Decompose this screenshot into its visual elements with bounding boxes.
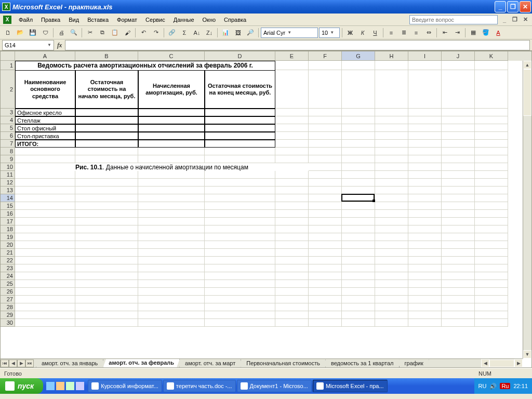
cell[interactable] [75,124,138,132]
menu-format[interactable]: Формат [113,16,141,24]
col-header-A[interactable]: A [15,51,75,61]
taskbar-item[interactable]: Документ1 - Microso... [237,380,312,392]
menu-window[interactable]: Окно [198,16,220,24]
fill-color-icon[interactable]: 🪣 [480,27,491,38]
cell[interactable] [205,124,275,132]
borders-icon[interactable]: ▦ [468,27,479,38]
ask-question-box[interactable] [409,15,498,24]
indent-dec-icon[interactable]: ⇤ [439,27,450,38]
maximize-button[interactable]: ❐ [507,1,518,12]
row-header-11[interactable]: 11 [1,171,15,179]
cell[interactable] [75,116,138,124]
tray-volume-icon[interactable]: 🔊 [489,383,497,390]
redo-icon[interactable]: ↷ [150,27,162,38]
taskbar-item[interactable]: Microsoft Excel - пра... [313,380,388,392]
cell[interactable]: Стол-приставка [15,132,75,140]
mdi-close[interactable]: ✕ [522,16,529,23]
row-header-24[interactable]: 24 [1,272,15,280]
cell[interactable] [205,140,275,148]
mdi-minimize[interactable]: _ [501,16,508,23]
col-header-I[interactable]: I [408,51,442,61]
row-header-26[interactable]: 26 [1,288,15,296]
row-header-18[interactable]: 18 [1,225,15,233]
row-header-25[interactable]: 25 [1,280,15,288]
scroll-down-icon[interactable]: ▼ [523,350,531,358]
caption-cell[interactable]: Рис. 10.1. Данные о начисленной амортиза… [15,163,309,171]
row-header-15[interactable]: 15 [1,202,15,210]
cell[interactable] [205,109,275,116]
font-combo[interactable]: Arial Cyr▼ [261,28,318,38]
cell[interactable] [205,116,275,124]
cell[interactable] [205,132,275,140]
vertical-scrollbar[interactable]: ▲ ▼ [523,61,531,358]
cell[interactable]: Начисленная амортизация, руб. [138,70,205,109]
tab-nav-prev[interactable]: ◀ [9,360,17,367]
font-color-icon[interactable]: A [493,27,504,38]
drawing-icon[interactable]: 🖼 [232,27,244,38]
row-header-20[interactable]: 20 [1,241,15,249]
row-header-23[interactable]: 23 [1,264,15,272]
font-size-combo[interactable]: 10▼ [319,28,340,38]
row-header-2[interactable]: 2 [1,70,15,109]
col-header-D[interactable]: D [205,51,275,61]
print-icon[interactable]: 🖨 [56,27,67,38]
scroll-thumb-h[interactable] [489,360,514,367]
fx-icon[interactable]: fx [57,41,62,49]
quicklaunch-icon[interactable] [76,382,84,390]
quicklaunch-icon[interactable] [66,382,74,390]
row-header-9[interactable]: 9 [1,155,15,163]
row-header-8[interactable]: 8 [1,148,15,155]
menu-edit[interactable]: Правка [37,16,64,24]
cell[interactable] [75,132,138,140]
cell[interactable] [138,124,205,132]
format-painter-icon[interactable]: 🖌 [122,27,133,38]
sort-asc-icon[interactable]: A↓ [191,27,203,38]
preview-icon[interactable]: 🔍 [68,27,79,38]
row-header-7[interactable]: 7 [1,140,15,148]
row-header-21[interactable]: 21 [1,249,15,257]
row-header-16[interactable]: 16 [1,210,15,218]
cell[interactable]: Остаточная стоимость на конец месяца, ру… [205,70,275,109]
menu-data[interactable]: Данные [169,16,198,24]
menu-tools[interactable]: Сервис [141,16,169,24]
sheet-tab[interactable]: график [399,360,429,368]
mdi-restore[interactable]: ❐ [511,16,518,23]
permission-icon[interactable]: 🛡 [39,27,51,38]
col-header-H[interactable]: H [375,51,408,61]
scroll-up-icon[interactable]: ▲ [523,61,531,69]
tray-lang[interactable]: RU [478,383,487,389]
quicklaunch-icon[interactable] [46,382,55,390]
italic-icon[interactable]: К [357,27,368,38]
new-icon[interactable]: 🗋 [2,27,14,38]
row-header-30[interactable]: 30 [1,319,15,327]
select-all-corner[interactable] [1,51,15,61]
sheet-tab[interactable]: ведомость за 1 квартал [325,360,400,368]
col-header-C[interactable]: C [138,51,205,61]
tab-nav-last[interactable]: ⏭ [25,360,34,367]
col-header-B[interactable]: B [75,51,138,61]
col-header-J[interactable]: J [442,51,475,61]
tray-lang2[interactable]: Ru [500,383,510,389]
close-button[interactable]: ✕ [520,1,531,12]
tab-nav-first[interactable]: ⏮ [1,360,9,367]
cell[interactable] [138,116,205,124]
minimize-button[interactable]: _ [495,1,506,12]
row-header-3[interactable]: 3 [1,109,15,116]
bold-icon[interactable]: Ж [344,27,356,38]
menu-help[interactable]: Справка [220,16,250,24]
scroll-left-icon[interactable]: ◀ [481,359,489,367]
col-header-G[interactable]: G [342,51,375,61]
start-button[interactable]: пуск [0,378,43,394]
row-header-14[interactable]: 14 [1,194,15,202]
align-center-icon[interactable]: ≣ [398,27,409,38]
row-header-28[interactable]: 28 [1,303,15,311]
cell[interactable] [75,109,138,116]
cell[interactable] [138,109,205,116]
row-header-13[interactable]: 13 [1,187,15,194]
row-header-29[interactable]: 29 [1,311,15,319]
scroll-right-icon[interactable]: ▶ [514,359,523,367]
cell[interactable]: Офисное кресло [15,109,75,116]
row-header-27[interactable]: 27 [1,296,15,303]
row-header-22[interactable]: 22 [1,257,15,264]
merge-icon[interactable]: ⇔ [423,27,434,38]
